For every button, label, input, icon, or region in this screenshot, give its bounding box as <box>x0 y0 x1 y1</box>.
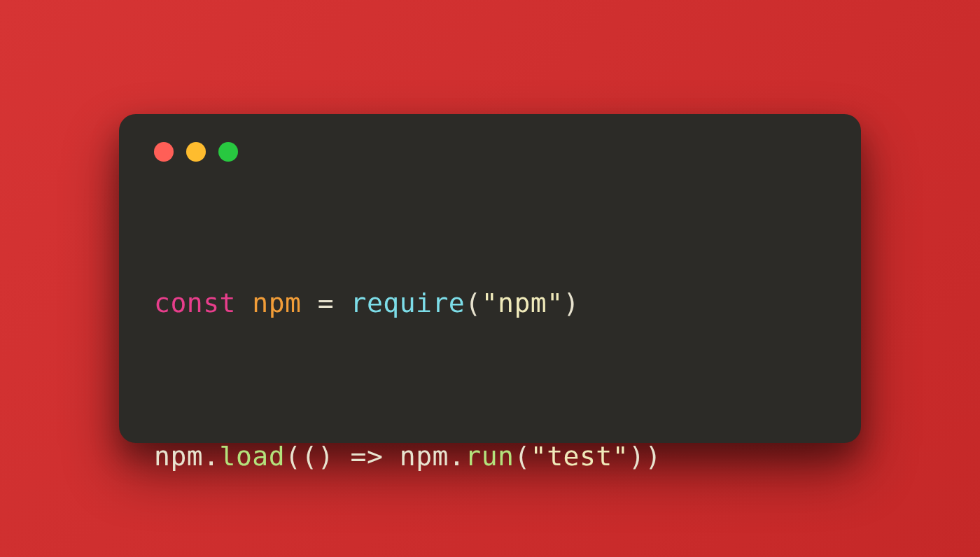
paren-open: ( <box>465 288 481 318</box>
keyword-const: const <box>154 288 236 318</box>
paren-open: ( <box>514 441 530 472</box>
dot: . <box>449 441 465 472</box>
arrow-op: => <box>351 441 384 472</box>
paren-close: ) <box>564 288 580 318</box>
func-require: require <box>351 288 465 318</box>
close-icon[interactable] <box>154 142 174 162</box>
ident-npm: npm <box>400 441 449 472</box>
code-content: const npm = require("npm") npm.load(() =… <box>154 204 826 557</box>
maximize-icon[interactable] <box>218 142 238 162</box>
method-load: load <box>220 441 286 472</box>
code-line-2: npm.load(() => npm.run("test")) <box>154 437 826 477</box>
paren-close: ) <box>629 441 645 472</box>
code-line-1: const npm = require("npm") <box>154 283 826 323</box>
ident-npm: npm <box>154 441 203 472</box>
var-npm: npm <box>252 288 301 318</box>
paren-close: ) <box>645 441 661 472</box>
dot: . <box>203 441 219 472</box>
op-equals: = <box>318 288 334 318</box>
window-controls <box>154 142 826 162</box>
terminal-window: const npm = require("npm") npm.load(() =… <box>119 114 861 443</box>
string-npm: "npm" <box>482 288 564 318</box>
string-test: "test" <box>531 441 629 472</box>
arrow-params: () <box>301 441 334 472</box>
paren-open: ( <box>285 441 301 472</box>
minimize-icon[interactable] <box>186 142 206 162</box>
method-run: run <box>465 441 514 472</box>
